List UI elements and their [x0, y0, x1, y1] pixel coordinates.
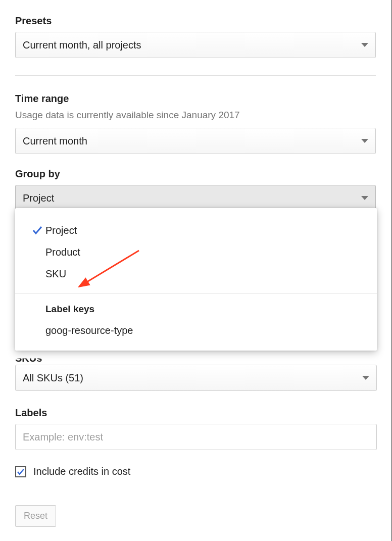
dropdown-option-product[interactable]: Product: [15, 241, 377, 263]
labels-section: Labels: [15, 407, 377, 450]
checkbox-icon: [15, 466, 26, 477]
chevron-down-icon: [361, 139, 368, 143]
group-by-dropdown: Project Product SKU Label keys goog-reso…: [15, 208, 377, 351]
skus-section: All SKUs (51): [15, 365, 377, 391]
dropdown-option-sku[interactable]: SKU: [15, 263, 377, 285]
time-range-select[interactable]: Current month: [15, 128, 376, 154]
include-credits-label: Include credits in cost: [33, 466, 130, 477]
dropdown-option-project[interactable]: Project: [15, 219, 377, 241]
presets-select[interactable]: Current month, all projects: [15, 32, 376, 58]
label-keys-header: Label keys: [15, 301, 377, 320]
labels-label: Labels: [15, 407, 377, 419]
chevron-down-icon: [361, 43, 368, 47]
reset-button[interactable]: Reset: [15, 505, 56, 527]
chevron-down-icon: [362, 376, 369, 380]
dropdown-divider: [15, 293, 377, 293]
labels-input[interactable]: [15, 424, 377, 450]
check-icon: [29, 224, 45, 236]
time-range-label: Time range: [15, 93, 376, 105]
presets-label: Presets: [15, 15, 376, 27]
presets-value: Current month, all projects: [23, 39, 141, 51]
skus-select[interactable]: All SKUs (51): [15, 365, 377, 391]
divider: [15, 75, 376, 76]
option-label: SKU: [45, 268, 66, 280]
time-range-hint: Usage data is currently available since …: [15, 110, 376, 121]
reset-label: Reset: [24, 511, 47, 521]
option-label: Product: [45, 247, 80, 258]
option-label: Project: [45, 225, 77, 236]
option-label: goog-resource-type: [45, 325, 133, 336]
group-by-label: Group by: [15, 168, 376, 180]
chevron-down-icon: [361, 196, 368, 200]
presets-section: Presets Current month, all projects: [15, 15, 376, 58]
time-range-value: Current month: [23, 135, 87, 147]
group-by-value: Project: [23, 192, 54, 204]
group-by-section: Group by Project: [15, 168, 376, 211]
include-credits-row[interactable]: Include credits in cost: [15, 466, 130, 477]
group-by-select[interactable]: Project: [15, 185, 376, 211]
dropdown-option-goog-resource-type[interactable]: goog-resource-type: [15, 320, 377, 341]
time-range-section: Time range Usage data is currently avail…: [15, 93, 376, 154]
skus-value: All SKUs (51): [23, 372, 83, 384]
